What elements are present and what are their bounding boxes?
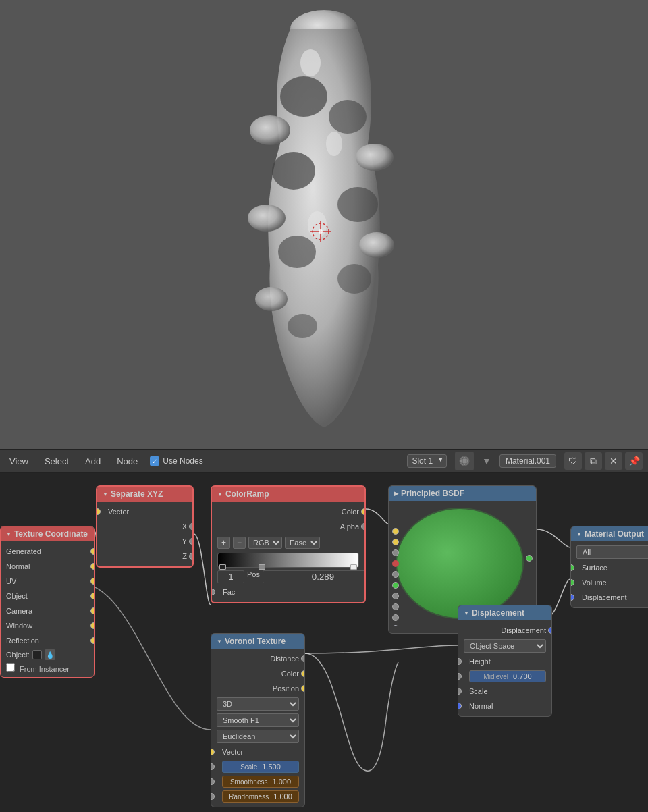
node-material-output[interactable]: ▼ Material Output All Surface Volume Dis… xyxy=(570,526,648,608)
sphere-icon[interactable] xyxy=(455,452,474,470)
node-voronoi-texture[interactable]: ▼ Voronoi Texture Distance Color Positio… xyxy=(211,633,305,807)
socket-y-out[interactable] xyxy=(189,538,194,545)
from-instancer-checkbox[interactable] xyxy=(6,663,15,672)
node-separate-xyz-header: ▼ Separate XYZ xyxy=(97,487,192,502)
ramp-remove-btn[interactable]: − xyxy=(233,537,246,549)
ramp-position-value[interactable] xyxy=(263,570,366,583)
socket-color-out[interactable] xyxy=(361,508,366,515)
object-swatch[interactable] xyxy=(32,650,42,659)
displacement-space-dropdown[interactable]: Object Space xyxy=(464,639,546,653)
principled-output-socket[interactable] xyxy=(526,555,533,562)
voronoi-distance-select[interactable]: Euclidean xyxy=(217,730,299,743)
socket-distance-out[interactable] xyxy=(301,655,305,662)
socket-uv[interactable] xyxy=(90,578,94,585)
socket-alpha-out[interactable] xyxy=(361,523,366,530)
socket-x-out[interactable] xyxy=(189,523,194,530)
socket-camera[interactable] xyxy=(90,607,94,614)
voronoi-smoothness-row: Smoothness 1.000 xyxy=(211,774,304,789)
socket-principled-in-2[interactable] xyxy=(392,539,399,545)
socket-displacement-in[interactable] xyxy=(570,594,574,601)
ramp-mode-select[interactable]: RGB xyxy=(248,537,282,549)
socket-displacement-out[interactable] xyxy=(548,627,552,634)
socket-principled-in-6[interactable] xyxy=(392,582,399,589)
view-menu[interactable]: View xyxy=(5,455,32,468)
colorramp-gradient-bar[interactable] xyxy=(217,553,359,568)
node-texture-coordinate[interactable]: ▼ Texture Coordinate Generated Normal UV… xyxy=(0,526,94,678)
socket-principled-in-8[interactable] xyxy=(392,603,399,610)
close-icon[interactable]: ✕ xyxy=(605,452,622,470)
node-displacement[interactable]: ▼ Displacement Displacement Object Space… xyxy=(458,605,552,717)
use-nodes-checkbox[interactable]: ✓ xyxy=(150,456,159,466)
socket-principled-in-3[interactable] xyxy=(392,549,399,556)
add-menu[interactable]: Add xyxy=(81,455,105,468)
socket-volume-in[interactable] xyxy=(570,579,574,586)
socket-normal-in[interactable] xyxy=(458,703,462,709)
texcoord-object: Object xyxy=(1,589,94,603)
svg-point-10 xyxy=(255,287,288,311)
socket-midlevel-in[interactable] xyxy=(458,673,462,680)
socket-height-in[interactable] xyxy=(458,658,462,665)
socket-voronoi-color-out[interactable] xyxy=(301,670,305,677)
voronoi-randomness-field[interactable]: Randomness 1.000 xyxy=(222,790,299,803)
node-material-output-body: All Surface Volume Displacement xyxy=(571,541,648,607)
socket-voronoi-rand-in[interactable] xyxy=(211,793,215,800)
socket-generated[interactable] xyxy=(90,548,94,555)
shield-icon[interactable]: 🛡 xyxy=(564,452,582,470)
eyedropper-button[interactable]: 💧 xyxy=(45,649,55,660)
voronoi-distance-output: Distance xyxy=(211,651,304,666)
copy-icon[interactable]: ⧉ xyxy=(585,452,602,470)
node-separate-xyz[interactable]: ▼ Separate XYZ Vector X Y Z xyxy=(96,485,194,568)
socket-object-out[interactable] xyxy=(90,593,94,599)
voronoi-scale-field[interactable]: Scale 1.500 xyxy=(222,761,299,773)
material-volume-input: Volume xyxy=(571,575,648,590)
material-name-field[interactable]: Material.001 xyxy=(500,454,556,468)
material-displacement-input: Displacement xyxy=(571,590,648,605)
voronoi-feature-select[interactable]: Smooth F1 xyxy=(217,713,299,727)
node-editor-toolbar: View Select Add Node ✓ Use Nodes Slot 1 … xyxy=(0,449,648,473)
socket-scale-disp-in[interactable] xyxy=(458,688,462,695)
colorramp-alpha-output: Alpha xyxy=(212,519,364,534)
separate-z-output: Z xyxy=(97,549,192,564)
socket-reflection[interactable] xyxy=(90,637,94,644)
pin-icon[interactable]: 📌 xyxy=(625,452,643,470)
socket-principled-in-9[interactable] xyxy=(392,614,399,621)
voronoi-smoothness-field[interactable]: Smoothness 1.000 xyxy=(222,776,299,788)
socket-fac-in[interactable] xyxy=(211,589,215,595)
material-output-dropdown[interactable]: All xyxy=(576,545,648,559)
principled-input-sockets xyxy=(392,528,399,626)
node-colorramp[interactable]: ▼ ColorRamp Color Alpha + − RGB Ease xyxy=(211,485,366,603)
node-menu[interactable]: Node xyxy=(113,455,142,468)
socket-window[interactable] xyxy=(90,622,94,629)
ramp-index-field[interactable] xyxy=(217,570,244,583)
slot-dropdown[interactable]: Slot 1 ▼ xyxy=(407,454,447,468)
socket-principled-in-1[interactable] xyxy=(392,528,399,535)
displacement-height-input: Height xyxy=(458,654,551,669)
use-nodes-toggle[interactable]: ✓ Use Nodes xyxy=(150,456,202,466)
ramp-stop-mid[interactable] xyxy=(259,564,265,570)
socket-principled-in-4[interactable] xyxy=(392,560,399,567)
socket-normal[interactable] xyxy=(90,563,94,570)
node-displacement-body: Displacement Object Space Height Midleve… xyxy=(458,620,551,716)
node-editor: ▼ Texture Coordinate Generated Normal UV… xyxy=(0,473,648,812)
socket-principled-in-10[interactable] xyxy=(392,625,399,626)
socket-vector-in[interactable] xyxy=(96,508,101,515)
voronoi-dimension-select[interactable]: 3D xyxy=(217,697,299,711)
socket-voronoi-vector-in[interactable] xyxy=(211,749,215,755)
3d-viewport[interactable] xyxy=(0,0,648,449)
socket-voronoi-scale-in[interactable] xyxy=(211,763,215,770)
socket-z-out[interactable] xyxy=(189,553,194,560)
ramp-stop-left[interactable] xyxy=(219,564,226,570)
midlevel-field[interactable]: Midlevel 0.700 xyxy=(469,670,546,682)
socket-bsdf-out[interactable] xyxy=(526,555,533,562)
socket-voronoi-smooth-in[interactable] xyxy=(211,778,215,785)
socket-position-out[interactable] xyxy=(301,685,305,692)
ramp-add-btn[interactable]: + xyxy=(217,537,230,549)
socket-principled-in-7[interactable] xyxy=(392,593,399,599)
socket-surface-in[interactable] xyxy=(570,564,574,571)
node-colorramp-body: Color Alpha + − RGB Ease xyxy=(212,502,364,602)
select-menu[interactable]: Select xyxy=(40,455,73,468)
ramp-stop-right[interactable] xyxy=(350,564,357,570)
ramp-interp-select[interactable]: Ease xyxy=(285,537,320,549)
socket-principled-in-5[interactable] xyxy=(392,571,399,578)
colorramp-position-row: Pos xyxy=(212,569,364,585)
